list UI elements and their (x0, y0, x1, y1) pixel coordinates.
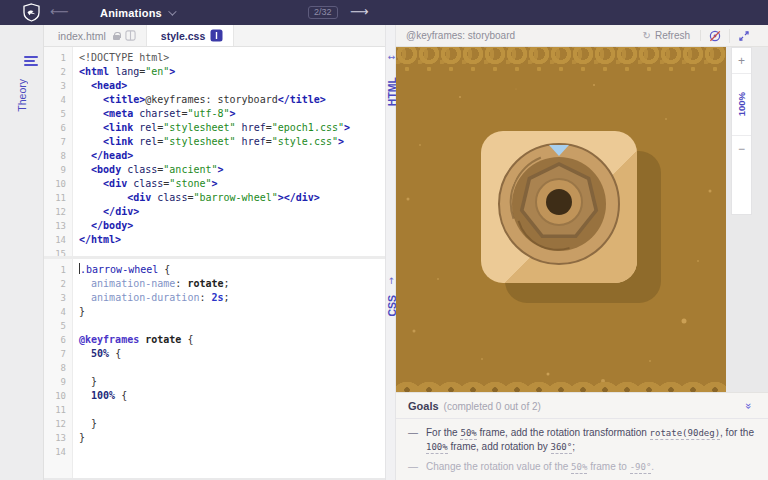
code-line: <body class="ancient"> (79, 163, 385, 177)
goals-title: Goals (408, 400, 439, 412)
code-line (79, 403, 385, 417)
code-line (79, 361, 385, 375)
goals-progress: (completed 0 out of 2) (444, 401, 742, 412)
preview-header: @keyframes: storyboard ↻ Refresh (396, 25, 768, 47)
html-editor[interactable]: 123456789101112131415 <!DOCTYPE html><ht… (44, 47, 385, 256)
pane-resize-strip: ↔ HTML ↑ CSS (385, 25, 396, 480)
design-overlay-toggle[interactable] (701, 29, 729, 43)
logo-shield-icon[interactable] (22, 3, 41, 22)
ornament-border-bottom (396, 366, 726, 392)
code-line: </html> (79, 233, 385, 247)
line-number: 14 (44, 233, 72, 247)
line-number: 9 (44, 375, 72, 389)
line-number: 9 (44, 163, 72, 177)
css-editor[interactable]: 1234567891011121314 .barrow-wheel { anim… (44, 259, 385, 478)
code-line: @keyframes rotate { (79, 333, 385, 347)
ornament-border-top (396, 47, 726, 73)
code-line (79, 445, 385, 459)
code-line: animation-duration: 2s; (79, 291, 385, 305)
line-number: 11 (44, 403, 72, 417)
tab-style-css[interactable]: style.css (146, 25, 234, 46)
line-number: 13 (44, 219, 72, 233)
goals-header: Goals (completed 0 out of 2) » (408, 400, 756, 412)
app-window: ⟵ Animations 2/32 ⟶ Theory index.html st… (0, 0, 768, 480)
code-line (79, 247, 385, 256)
line-number: 2 (44, 65, 72, 79)
line-number: 3 (44, 291, 72, 305)
refresh-icon: ↻ (643, 30, 651, 41)
zoom-in-button[interactable]: + (732, 48, 751, 74)
line-number: 1 (44, 263, 72, 277)
code-line: <link rel="stylesheet" href="epoch1.css"… (79, 121, 385, 135)
refresh-button[interactable]: ↻ Refresh (643, 30, 701, 41)
code-line: 100% { (79, 389, 385, 403)
code-line: </div> (79, 205, 385, 219)
line-number: 10 (44, 177, 72, 191)
preview-title: @keyframes: storyboard (406, 30, 643, 41)
zoom-controls: + 100% − (731, 47, 752, 215)
menu-icon[interactable] (24, 56, 38, 66)
goal-item: —For the 50% frame, add the rotation tra… (408, 426, 756, 454)
zoom-out-button[interactable]: − (732, 136, 751, 162)
previous-task-arrow[interactable]: ⟵ (50, 0, 84, 25)
line-number: 8 (44, 361, 72, 375)
split-view-active-icon[interactable] (210, 29, 223, 42)
code-line: <div class="barrow-wheel"></div> (79, 191, 385, 205)
code-line: <!DOCTYPE html> (79, 51, 385, 65)
code-line: <head> (79, 79, 385, 93)
goals-panel: Goals (completed 0 out of 2) » —For the … (396, 392, 768, 480)
line-number-gutter: 1234567891011121314 (44, 259, 73, 478)
wheel-hub-hole (546, 189, 572, 215)
code-line: } (79, 375, 385, 389)
collapse-goals-icon[interactable]: » (743, 399, 755, 413)
code-line: 50% { (79, 347, 385, 361)
stone-block (481, 131, 637, 283)
topbar: ⟵ Animations 2/32 ⟶ (0, 0, 768, 25)
code-line: </body> (79, 219, 385, 233)
zoom-level: 100% (732, 74, 751, 136)
code-line: } (79, 431, 385, 445)
line-number: 11 (44, 191, 72, 205)
goal-item: —Change the rotation value of the 50% fr… (408, 460, 756, 474)
html-code-area[interactable]: <!DOCTYPE html><html lang="en"> <head> <… (73, 47, 385, 256)
fullscreen-button[interactable] (730, 30, 758, 42)
line-number: 8 (44, 149, 72, 163)
line-number: 6 (44, 121, 72, 135)
tab-label: index.html (58, 30, 106, 42)
code-line: <link rel="stylesheet" href="style.css"> (79, 135, 385, 149)
chevron-down-icon (168, 7, 176, 15)
code-line: } (79, 305, 385, 319)
design-overlay-off-icon (708, 29, 722, 43)
progress-badge: 2/32 (308, 6, 338, 19)
line-number: 6 (44, 333, 72, 347)
line-number: 7 (44, 347, 72, 361)
refresh-label: Refresh (655, 30, 690, 41)
tab-label: style.css (161, 30, 205, 42)
line-number: 12 (44, 205, 72, 219)
line-number: 13 (44, 431, 72, 445)
barrow-wheel (498, 143, 620, 265)
line-number: 1 (44, 51, 72, 65)
code-line: <div class="stone"> (79, 177, 385, 191)
theory-tab[interactable]: Theory (16, 79, 28, 112)
code-line: } (79, 417, 385, 431)
expand-icon (738, 30, 750, 42)
course-dropdown[interactable]: Animations (100, 0, 174, 25)
line-number: 4 (44, 93, 72, 107)
course-label: Animations (100, 7, 162, 19)
split-view-icon[interactable] (125, 30, 136, 41)
line-number: 10 (44, 389, 72, 403)
line-number: 7 (44, 135, 72, 149)
rotation-marker-triangle (549, 145, 569, 156)
line-number: 5 (44, 319, 72, 333)
css-code-area[interactable]: .barrow-wheel { animation-name: rotate; … (73, 259, 385, 478)
lock-icon (113, 32, 120, 40)
code-line (79, 319, 385, 333)
next-task-arrow[interactable]: ⟶ (350, 0, 384, 25)
tab-index-html[interactable]: index.html (44, 25, 146, 46)
line-number-gutter: 123456789101112131415 (44, 47, 73, 256)
line-number: 14 (44, 445, 72, 459)
code-line: </head> (79, 149, 385, 163)
code-line: animation-name: rotate; (79, 277, 385, 291)
line-number: 3 (44, 79, 72, 93)
